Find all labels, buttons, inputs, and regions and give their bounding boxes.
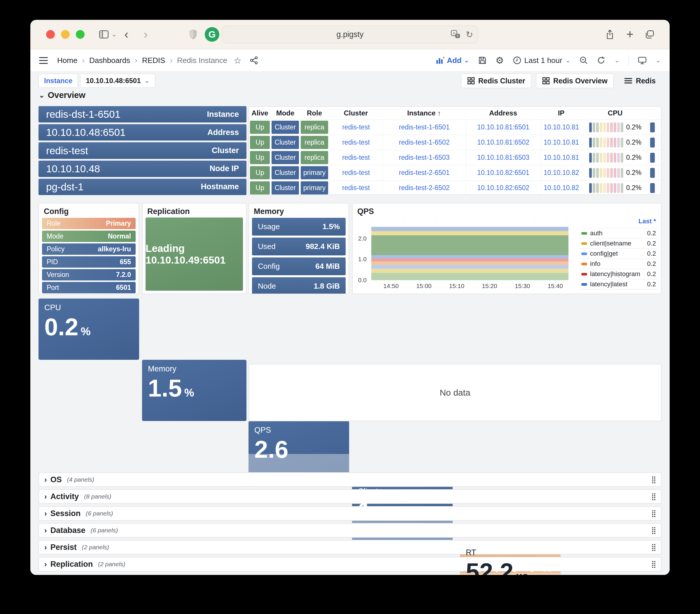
- series-color-chip: [581, 232, 587, 235]
- series-color-chip: [581, 283, 587, 286]
- instance-variable-dropdown[interactable]: 10.10.10.48:6501⌄: [80, 74, 155, 88]
- instance-info-row: redis-testCluster: [38, 142, 247, 158]
- row-toggle-database[interactable]: ›Database(6 panels)⣿: [38, 523, 662, 538]
- legend-item[interactable]: latency|latest0.2: [579, 279, 658, 290]
- refresh-interval-chevron-icon[interactable]: ⌄: [614, 56, 620, 64]
- menu-icon[interactable]: [39, 57, 48, 64]
- breadcrumb-home[interactable]: Home: [57, 56, 77, 65]
- table-row: Up Cluster replica redis-test redis-test…: [249, 119, 661, 135]
- breadcrumb-dashboards[interactable]: Dashboards: [89, 56, 130, 65]
- ip-link[interactable]: 10.10.10.81: [541, 150, 582, 165]
- instance-link[interactable]: redis-test-2-6501: [383, 165, 465, 180]
- drag-handle-icon[interactable]: ⣿: [651, 475, 656, 484]
- legend-item[interactable]: auth0.2: [579, 228, 658, 238]
- legend-item[interactable]: config|get0.2: [579, 248, 658, 259]
- cpu-sparkline-cell: 0.2%: [582, 135, 649, 150]
- series-color-chip: [581, 242, 587, 245]
- redis-menu-link-button[interactable]: Redis: [618, 74, 662, 88]
- legend-item[interactable]: client|setname0.2: [579, 238, 658, 248]
- table-row: Up Cluster replica redis-test redis-test…: [249, 150, 661, 165]
- memory-panel: Memory Usage1.5% Used982.4 KiB Config64 …: [249, 203, 349, 294]
- row-toggle-replication[interactable]: ›Replication(2 panels)⣿: [38, 557, 662, 572]
- cluster-link[interactable]: redis-test: [329, 120, 383, 135]
- legend-item[interactable]: info0.2: [579, 259, 658, 269]
- series-color-chip: [581, 273, 587, 276]
- cpu-stat-panel: CPU 0.2%: [38, 298, 139, 360]
- grammarly-icon[interactable]: G: [205, 27, 219, 42]
- drag-handle-icon[interactable]: ⣿: [651, 560, 656, 568]
- legend-item[interactable]: latency|histogram0.2: [579, 269, 658, 279]
- row-toggle-activity[interactable]: ›Activity(8 panels)⣿: [38, 489, 662, 504]
- settings-icon[interactable]: ⚙: [496, 55, 504, 66]
- add-panel-button[interactable]: Add ⌄: [436, 56, 469, 65]
- row-toggle-os[interactable]: ›OS(4 panels)⣿: [38, 472, 662, 487]
- address-link[interactable]: 10.10.10.81:6502: [465, 135, 541, 150]
- new-tab-icon[interactable]: +: [626, 28, 634, 40]
- forward-icon[interactable]: ›: [136, 28, 155, 40]
- address-bar[interactable]: G g.pigsty A文 ↻: [222, 26, 478, 43]
- ip-link[interactable]: 10.10.10.82: [541, 180, 582, 195]
- instance-link[interactable]: redis-test-1-6501: [383, 120, 465, 135]
- ip-link[interactable]: 10.10.10.81: [541, 135, 582, 150]
- rt-stat-panel: RT 52.2µs: [460, 543, 561, 575]
- svg-text:A: A: [453, 31, 455, 35]
- row-toggle-persist[interactable]: ›Persist(2 panels)⣿: [38, 540, 662, 554]
- config-row: RolePrimary: [42, 218, 136, 229]
- address-link[interactable]: 10.10.10.82:6501: [465, 165, 541, 180]
- tab-overview-icon[interactable]: [645, 29, 655, 40]
- kiosk-chevron-icon[interactable]: ⌄: [656, 56, 661, 64]
- instance-link[interactable]: redis-test-2-6502: [383, 180, 465, 195]
- cluster-link[interactable]: redis-test: [329, 150, 383, 165]
- address-link[interactable]: 10.10.10.81:6501: [465, 120, 541, 135]
- legend-sort-header[interactable]: Last *: [579, 216, 658, 228]
- drag-handle-icon[interactable]: ⣿: [651, 526, 656, 534]
- back-icon[interactable]: ‹: [117, 28, 136, 40]
- redis-cluster-link-button[interactable]: Redis Cluster: [461, 74, 532, 88]
- drag-handle-icon[interactable]: ⣿: [651, 509, 656, 517]
- cpu-sparkline-cell: 0.2%: [582, 180, 649, 195]
- privacy-shield-icon[interactable]: [188, 29, 198, 40]
- overview-section-toggle[interactable]: ⌄ Overview: [38, 90, 86, 100]
- cluster-link[interactable]: redis-test: [329, 165, 383, 180]
- save-dashboard-icon[interactable]: [478, 56, 487, 65]
- instance-link[interactable]: redis-test-1-6502: [383, 135, 465, 150]
- refresh-icon[interactable]: [597, 56, 605, 65]
- cluster-link[interactable]: redis-test: [329, 180, 383, 195]
- drag-handle-icon[interactable]: ⣿: [651, 493, 656, 501]
- sidebar-toggle-icon[interactable]: [99, 29, 109, 40]
- instance-info-row: pg-dst-1Hostname: [38, 179, 247, 195]
- favorite-star-icon[interactable]: ☆: [234, 55, 241, 66]
- cluster-members-table-panel: Alive Mode Role Cluster Instance ↑ Addre…: [249, 106, 662, 195]
- translate-icon[interactable]: A文: [451, 30, 461, 39]
- row-toggle-session[interactable]: ›Session(6 panels)⣿: [38, 506, 662, 521]
- qps-chart-panel: QPS 0.01.02.0 14:5015:0015:1015:2015:301…: [352, 203, 662, 294]
- tv-kiosk-icon[interactable]: [638, 56, 647, 65]
- share-icon[interactable]: [605, 29, 615, 40]
- ip-link[interactable]: 10.10.10.81: [541, 120, 582, 135]
- chevron-right-icon: ›: [44, 543, 47, 552]
- redis-overview-link-button[interactable]: Redis Overview: [536, 74, 614, 88]
- table-header: Alive Mode Role Cluster Instance ↑ Addre…: [249, 107, 661, 119]
- minimize-window-button[interactable]: [61, 30, 70, 39]
- zoom-window-button[interactable]: [76, 30, 85, 39]
- time-range-picker[interactable]: Last 1 hour ⌄: [513, 56, 571, 65]
- zoom-out-icon[interactable]: [579, 56, 588, 65]
- ip-link[interactable]: 10.10.10.82: [541, 165, 582, 180]
- instance-link[interactable]: redis-test-1-6503: [383, 150, 465, 165]
- list-icon: [624, 78, 632, 84]
- sidebar-chevron-icon[interactable]: ⌄: [111, 30, 117, 38]
- memory-row: Usage1.5%: [252, 218, 346, 235]
- close-window-button[interactable]: [46, 30, 55, 39]
- memory-row: Node1.8 GiB: [252, 277, 346, 294]
- address-link[interactable]: 10.10.10.81:6503: [465, 150, 541, 165]
- cluster-link[interactable]: redis-test: [329, 135, 383, 150]
- config-row: PID655: [42, 256, 136, 268]
- cpu-sparkline-cell: 0.2%: [582, 150, 649, 165]
- reload-icon[interactable]: ↻: [466, 29, 473, 40]
- address-link[interactable]: 10.10.10.82:6502: [465, 180, 541, 195]
- breadcrumb-redis[interactable]: REDIS: [142, 56, 165, 65]
- drag-handle-icon[interactable]: ⣿: [651, 543, 656, 551]
- series-color-chip: [581, 263, 587, 265]
- qps-stacked-area-chart[interactable]: [371, 217, 568, 280]
- share-dashboard-icon[interactable]: [250, 56, 259, 65]
